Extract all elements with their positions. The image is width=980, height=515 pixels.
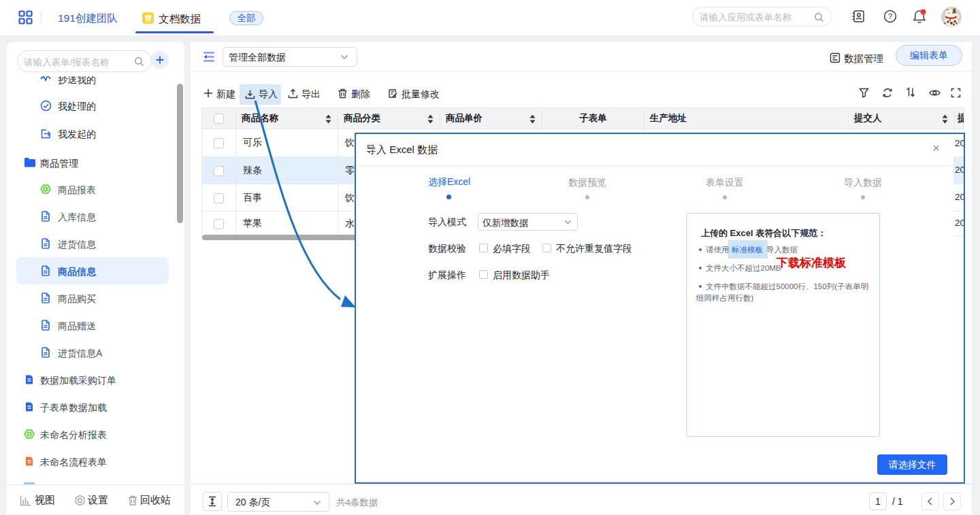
- svg-text:?: ?: [888, 12, 892, 20]
